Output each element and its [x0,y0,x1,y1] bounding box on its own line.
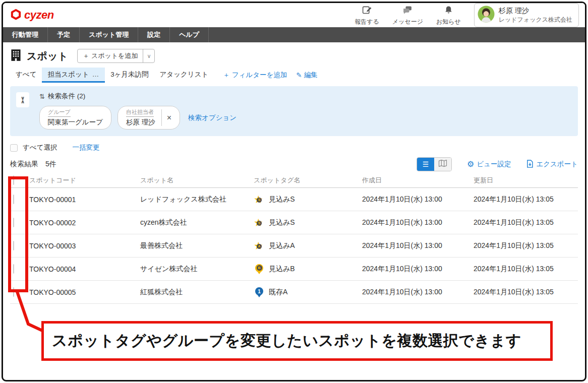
spot-code: TOKYO-00002 [29,219,140,227]
tag-pin-b-icon: B [254,264,265,275]
add-filter-link[interactable]: ＋ フィルターを追加 [223,71,287,80]
spot-name: レッドフォックス株式会社 [140,195,254,204]
updated-date: 2024年1月10日(水) 13:05 [474,265,578,274]
tag-label: 見込みS [269,218,295,227]
row-checkbox[interactable] [13,218,14,227]
tag-star-s-icon: S [254,217,265,228]
map-view-icon [438,159,447,169]
col-spot-code: スポットコード [29,176,140,185]
created-date: 2024年1月10日(水) 13:00 [362,288,474,297]
collapse-up-icon: ∧ [21,100,25,103]
main-nav: 行動管理 予定 スポット管理 設定 ヘルプ [3,27,585,42]
annotation-text: スポットタグやグループを変更したいスポットを複数選択できます [52,331,521,351]
add-spot-dropdown[interactable]: ∨ [143,49,154,62]
chip-rep-value: 杉原 理沙 [126,118,155,127]
user-menu[interactable]: 杉原 理沙 レッドフォックス株式会社 [474,3,579,27]
view-settings-label: ビュー設定 [477,160,511,169]
export-button[interactable]: エクスポート [526,159,578,170]
user-name: 杉原 理沙 [499,7,572,16]
export-icon [526,159,534,170]
table-row[interactable]: TOKYO-00004 サイゼン株式会社 B 見込みB 2024年1月10日(水… [10,258,578,281]
page-title: スポット [27,49,68,63]
tab-assigned-label: 担当スポット [47,70,89,79]
tag-star-s-icon: S [254,194,265,205]
created-date: 2024年1月10日(水) 13:00 [362,241,474,250]
export-label: エクスポート [536,160,578,169]
cyzen-hexagon-icon [10,9,22,22]
filter-swap-icon: ⇅ [39,93,45,100]
message-icon [402,5,413,17]
table-header-row: スポットコード スポット名 スポットタグ名 作成日 更新日 [10,173,578,188]
nav-item-action-management[interactable]: 行動管理 [3,27,48,42]
nav-item-schedule[interactable]: 予定 [48,27,80,42]
tag-pin-1-icon: 1 [254,287,265,298]
header-checkbox[interactable] [13,175,14,185]
col-created: 作成日 [362,176,474,185]
notifications-button[interactable]: お知らせ [436,5,461,26]
col-updated: 更新日 [474,176,578,185]
table-row[interactable]: TOKYO-00001 レッドフォックス株式会社 S 見込みS 2024年1月1… [10,188,578,211]
pencil-icon: ✎ [296,71,302,79]
app-window: cyzen 報告する メッセージ お知らせ [2,2,586,381]
tab-all[interactable]: すべて [10,68,42,83]
collapse-panel-button[interactable]: ∨ ∧ [16,92,29,107]
tag-star-a-icon: A [254,240,265,251]
select-all-checkbox[interactable] [10,144,18,152]
results-label: 検索結果 [10,160,38,169]
spot-name: cyzen株式会社 [140,218,254,227]
tab-unvisited-3months[interactable]: 3ヶ月未訪問 [105,68,154,83]
chip-group-label: グループ [48,108,71,117]
row-checkbox[interactable] [13,287,14,297]
filter-chip-group[interactable]: グループ 関東第一グループ [39,106,111,130]
table-row[interactable]: TOKYO-00003 最善株式会社 A 見込みA 2024年1月10日(水) … [10,234,578,258]
chip-close-icon[interactable]: × [167,113,171,122]
bell-icon [444,5,453,17]
top-bar: cyzen 報告する メッセージ お知らせ [3,3,585,27]
col-spot-tag: スポットタグ名 [254,176,362,185]
view-toggle: ☰ [417,157,452,171]
add-spot-label: スポットを追加 [91,51,138,60]
view-settings-button[interactable]: ⚙ ビュー設定 [467,160,511,169]
list-view-icon: ☰ [423,160,429,168]
updated-date: 2024年1月10日(水) 13:05 [474,288,578,297]
filter-chip-own-rep[interactable]: 自社担当者 杉原 理沙 × [117,106,180,130]
messages-label: メッセージ [392,18,423,26]
building-icon [10,49,22,63]
messages-button[interactable]: メッセージ [392,5,423,26]
spot-name: 紅狐株式会社 [140,288,254,297]
tag-label: 見込みB [269,265,295,274]
add-spot-button[interactable]: ＋ スポットを追加 ∨ [77,49,155,63]
table-row[interactable]: TOKYO-00005 紅狐株式会社 1 既存A 2024年1月10日(水) 1… [10,281,578,304]
annotation-callout-box: スポットタグやグループを変更したいスポットを複数選択できます [41,321,553,361]
nav-item-help[interactable]: ヘルプ [170,27,209,42]
notifications-label: お知らせ [436,18,461,26]
tag-label: 見込みA [269,241,295,250]
map-view-button[interactable] [434,158,451,171]
row-checkbox[interactable] [13,264,14,274]
spot-name: 最善株式会社 [140,241,254,250]
created-date: 2024年1月10日(水) 13:00 [362,195,474,204]
table-row[interactable]: TOKYO-00002 cyzen株式会社 S 見込みS 2024年1月10日(… [10,211,578,234]
row-checkbox[interactable] [13,241,14,250]
gear-icon: ⚙ [467,160,474,168]
row-checkbox[interactable] [13,195,14,204]
user-avatar [478,6,495,25]
tag-label: 見込みS [269,195,295,204]
report-button[interactable]: 報告する [355,5,379,26]
nav-item-spot-management[interactable]: スポット管理 [80,27,138,42]
edit-label: 編集 [304,71,318,80]
nav-item-settings[interactable]: 設定 [138,27,170,42]
cyzen-logo[interactable]: cyzen [10,9,54,22]
tab-more-icon[interactable]: … [92,71,100,78]
tab-attack-list[interactable]: アタックリスト [154,68,214,83]
spot-code: TOKYO-00001 [29,196,140,204]
edit-filters-link[interactable]: ✎ 編集 [296,71,317,80]
created-date: 2024年1月10日(水) 13:00 [362,218,474,227]
bulk-change-link[interactable]: 一括変更 [72,143,99,152]
chip-rep-label: 自社担当者 [126,108,154,117]
chip-divider [161,109,162,126]
search-options-link[interactable]: 検索オプション [188,113,237,122]
list-view-button[interactable]: ☰ [417,158,434,171]
tab-assigned-spots[interactable]: 担当スポット … [42,68,105,83]
user-company: レッドフォックス株式会社 [499,16,572,24]
